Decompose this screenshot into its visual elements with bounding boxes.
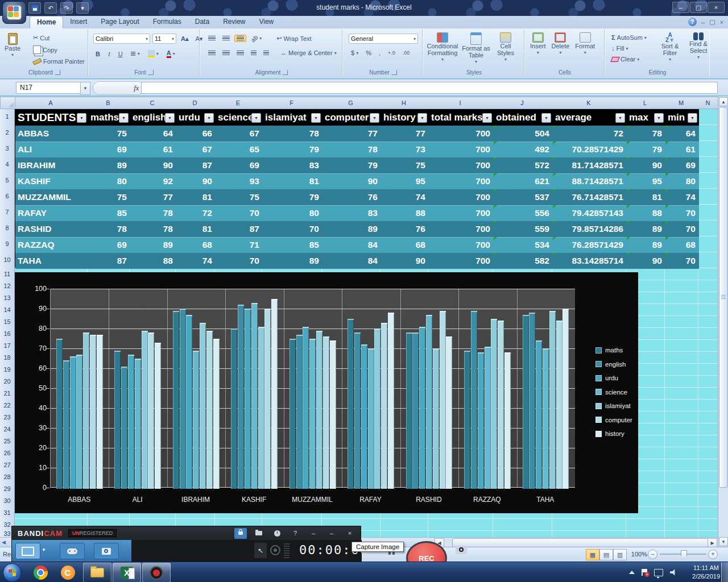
column-header-G[interactable]: G xyxy=(321,97,380,109)
action-center-icon[interactable]: × xyxy=(642,569,647,576)
bar-history-TAHA[interactable] xyxy=(562,309,569,489)
show-desktop-button[interactable] xyxy=(721,562,728,582)
bar-urdu-KASHIF[interactable] xyxy=(245,309,251,489)
mark-cell[interactable]: 81 xyxy=(176,189,216,205)
mark-cell[interactable]: 61 xyxy=(665,142,699,157)
mark-cell[interactable]: 89 xyxy=(627,221,665,237)
network-icon[interactable] xyxy=(654,569,663,576)
mark-cell[interactable]: 69 xyxy=(665,157,699,173)
workbook-restore-button[interactable]: ▢ xyxy=(709,18,715,26)
bar-computer-TAHA[interactable] xyxy=(556,321,562,489)
mark-cell[interactable]: 70 xyxy=(665,205,699,221)
alignment-dialog-launcher[interactable] xyxy=(283,70,288,75)
bar-history-IBRAHIM[interactable] xyxy=(213,339,220,489)
format-cells-button[interactable]: Format▾ xyxy=(575,32,595,56)
mark-cell[interactable]: 504 xyxy=(494,126,553,142)
filter-dropdown-maths[interactable]: ▼ xyxy=(119,113,129,123)
filter-dropdown-urdu[interactable]: ▼ xyxy=(204,113,214,123)
zoom-in-button[interactable]: + xyxy=(708,550,718,559)
orientation-button[interactable]: ab▾ xyxy=(249,34,264,43)
bandicam-tray-button[interactable]: – xyxy=(325,528,338,539)
row-header-14[interactable]: 14 xyxy=(0,304,15,316)
mark-cell[interactable]: 83.14285714 xyxy=(553,253,627,269)
mark-cell[interactable]: 81 xyxy=(263,173,322,189)
mark-cell[interactable]: 77 xyxy=(322,126,381,142)
sort-filter-button[interactable]: AZ▼ Sort & Filter▾ xyxy=(658,32,682,63)
mode-dropdown[interactable]: ▼ xyxy=(42,547,46,552)
mark-cell[interactable]: 74 xyxy=(176,253,216,269)
mark-cell[interactable]: 85 xyxy=(263,237,322,253)
row-header-23[interactable]: 23 xyxy=(0,411,15,423)
mark-cell[interactable]: 88 xyxy=(381,205,429,221)
bar-urdu-ALI[interactable] xyxy=(128,355,134,489)
decrease-indent-button[interactable] xyxy=(249,49,259,57)
bar-science-RAFAY[interactable] xyxy=(368,348,374,489)
bar-history-RAZZAQ[interactable] xyxy=(504,352,511,489)
workbook-close-button[interactable]: × xyxy=(720,19,723,26)
mark-cell[interactable]: 700 xyxy=(429,142,494,157)
bar-urdu-IBRAHIM[interactable] xyxy=(186,315,192,489)
mark-cell[interactable]: 700 xyxy=(429,221,494,237)
row-header-26[interactable]: 26 xyxy=(0,447,15,459)
mark-cell[interactable]: 534 xyxy=(494,237,553,253)
borders-button[interactable]: ⊞▾ xyxy=(129,49,142,59)
mark-cell[interactable]: 90 xyxy=(176,173,216,189)
mark-cell[interactable]: 80 xyxy=(263,205,322,221)
legend-item-maths[interactable]: maths xyxy=(595,347,623,354)
bar-maths-IBRAHIM[interactable] xyxy=(173,311,179,489)
mark-cell[interactable]: 64 xyxy=(130,126,176,142)
font-family-select[interactable]: Calibri▾ xyxy=(93,34,150,44)
column-header-D[interactable]: D xyxy=(175,97,215,109)
underline-button[interactable]: U xyxy=(116,49,125,59)
row-header-9[interactable]: 9 xyxy=(0,236,15,252)
row-header-10[interactable]: 10 xyxy=(0,252,15,268)
row-header-27[interactable]: 27 xyxy=(0,459,15,471)
zoom-out-button[interactable]: – xyxy=(648,550,657,559)
row-header-5[interactable]: 5 xyxy=(0,172,15,189)
mark-cell[interactable]: 73 xyxy=(381,142,429,157)
game-recording-mode-button[interactable] xyxy=(60,543,85,559)
format-painter-button[interactable]: Format Painter xyxy=(31,57,87,66)
conditional-formatting-button[interactable]: Conditional Formatting▾ xyxy=(427,32,458,65)
mark-cell[interactable]: 88 xyxy=(627,205,665,221)
format-as-table-button[interactable]: Format as Table▾ xyxy=(462,32,490,65)
scroll-right-arrow[interactable]: ▶ xyxy=(708,538,717,547)
bar-urdu-RAZZAQ[interactable] xyxy=(478,352,484,489)
mark-cell[interactable]: 70 xyxy=(216,205,263,221)
mark-cell[interactable]: 87 xyxy=(216,221,263,237)
comma-style-button[interactable]: , xyxy=(377,48,383,57)
legend-item-computer[interactable]: computer xyxy=(595,417,632,423)
mark-cell[interactable]: 79 xyxy=(627,142,665,157)
mark-cell[interactable]: 621 xyxy=(494,173,553,189)
bar-history-ALI[interactable] xyxy=(155,343,161,489)
merge-center-button[interactable]: ↔Merge & Center▾ xyxy=(278,48,339,57)
filter-dropdown-english[interactable]: ▼ xyxy=(165,113,175,123)
student-name-cell[interactable]: KASHIF xyxy=(15,173,88,189)
cursor-tool-button[interactable]: ↖ xyxy=(254,543,267,558)
mark-cell[interactable]: 93 xyxy=(216,173,263,189)
column-header-A[interactable]: A xyxy=(14,97,88,109)
capture-image-button[interactable] xyxy=(456,546,467,554)
filter-dropdown-average[interactable]: ▼ xyxy=(615,113,625,123)
legend-item-urdu[interactable]: urdu xyxy=(595,375,618,381)
mark-cell[interactable]: 78 xyxy=(263,126,322,142)
row-header-17[interactable]: 17 xyxy=(0,339,15,352)
row-header-1[interactable]: 1 xyxy=(0,108,15,125)
filter-dropdown-islamiyat[interactable]: ▼ xyxy=(311,113,321,123)
workbook-minimize-button[interactable]: – xyxy=(701,19,705,26)
taskbar-c-app-button[interactable]: C xyxy=(59,564,76,581)
column-header-F[interactable]: F xyxy=(262,97,322,109)
mark-cell[interactable]: 78 xyxy=(130,205,176,221)
mark-cell[interactable]: 68 xyxy=(665,237,699,253)
middle-align-button[interactable] xyxy=(220,35,232,42)
mark-cell[interactable]: 80 xyxy=(665,173,699,189)
mark-cell[interactable]: 87 xyxy=(88,253,130,269)
legend-item-islamiyat[interactable]: islamiyat xyxy=(595,402,631,409)
bar-urdu-TAHA[interactable] xyxy=(536,340,542,489)
schedule-button[interactable] xyxy=(271,528,283,539)
redo-button[interactable]: ↷ xyxy=(60,2,73,14)
row-header-20[interactable]: 20 xyxy=(0,375,15,388)
minimize-button[interactable]: – xyxy=(672,2,689,13)
filter-dropdown-total-marks[interactable]: ▼ xyxy=(482,113,492,123)
volume-icon[interactable] xyxy=(670,569,677,576)
